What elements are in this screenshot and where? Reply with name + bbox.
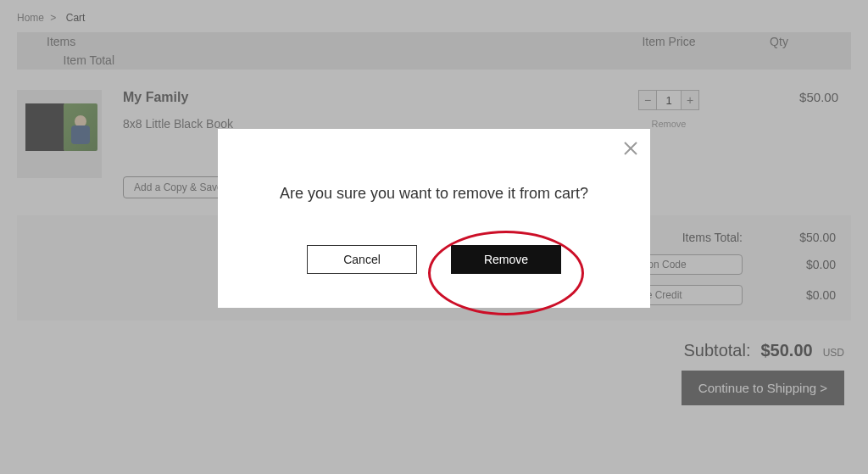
modal-overlay[interactable]: Are you sure you want to remove it from … [0,0,868,474]
close-icon [623,141,638,156]
remove-button[interactable]: Remove [451,245,561,274]
modal-close-button[interactable] [623,141,638,156]
cancel-button[interactable]: Cancel [307,245,417,274]
modal-message: Are you sure you want to remove it from … [243,185,625,203]
remove-confirm-modal: Are you sure you want to remove it from … [218,129,650,308]
